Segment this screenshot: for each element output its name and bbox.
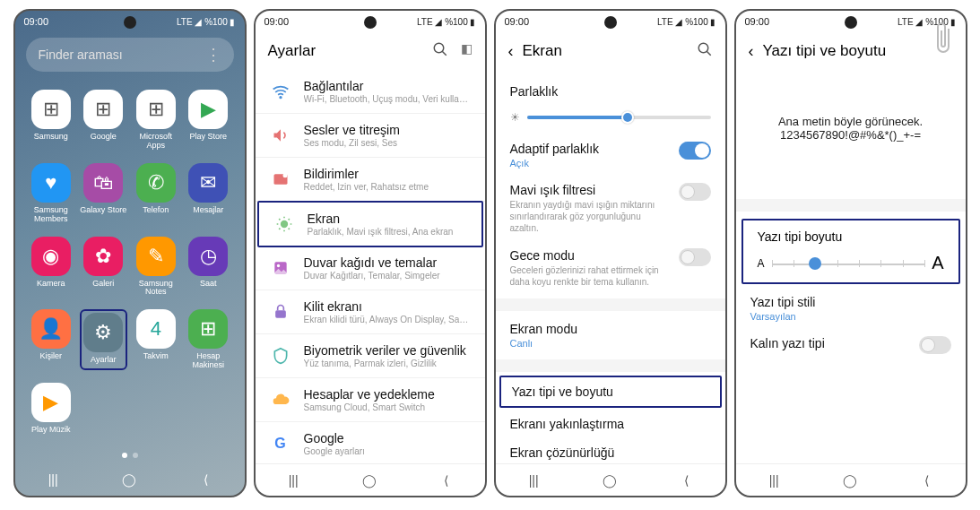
finder-more-icon[interactable]: ⋮ xyxy=(205,45,221,65)
nav-recents[interactable]: ||| xyxy=(35,472,71,487)
nav-back[interactable]: ⟨ xyxy=(429,473,464,488)
app-label: Telefon xyxy=(143,206,169,215)
app-ayarlar[interactable]: ⚙ Ayarlar xyxy=(80,309,127,370)
font-item-title: Yazı tipi ve boyutu xyxy=(512,385,613,399)
item-title: Duvar kağıdı ve temalar xyxy=(304,255,440,270)
app-samsung[interactable]: ⊞ Samsung xyxy=(28,90,75,151)
app-icon: ⊞ xyxy=(83,90,123,129)
app-label: Takvim xyxy=(143,352,169,361)
nav-back[interactable]: ⟨ xyxy=(909,473,945,488)
app-saat[interactable]: ◷ Saat xyxy=(185,237,232,298)
item-title: Biyometrik veriler ve güvenlik xyxy=(304,343,466,358)
app-label: Galaxy Store xyxy=(80,206,126,215)
settings-item-sesler-ve-titreşim[interactable]: Sesler ve titreşim Ses modu, Zil sesi, S… xyxy=(256,114,485,158)
app-label: Ayarlar xyxy=(91,356,116,365)
item-value: Açık xyxy=(510,158,600,169)
app-label: Hesap Makinesi xyxy=(185,352,232,370)
status-time: 09:00 xyxy=(505,16,530,27)
app-galaxy-store[interactable]: 🛍 Galaxy Store xyxy=(80,163,127,224)
app-hesap-makinesi[interactable]: ⊞ Hesap Makinesi xyxy=(185,309,232,370)
settings-item-hesaplar-ve-yedekleme[interactable]: Hesaplar ve yedekleme Samsung Cloud, Sma… xyxy=(256,378,485,422)
settings-item-ekran[interactable]: Ekran Parlaklık, Mavi ışık filtresi, Ana… xyxy=(257,201,483,247)
settings-item-biyometrik-veriler-ve-güvenlik[interactable]: Biyometrik veriler ve güvenlik Yüz tanım… xyxy=(256,334,485,378)
app-takvim[interactable]: 4 Takvim xyxy=(133,309,180,370)
bold-font-toggle[interactable] xyxy=(919,336,951,354)
search-icon[interactable] xyxy=(432,41,448,62)
item-subtitle: Yüz tanıma, Parmak izleri, Gizlilik xyxy=(304,359,466,368)
app-play-müzik[interactable]: ▶ Play Müzik xyxy=(28,383,75,435)
notif-icon xyxy=(270,169,291,190)
back-icon[interactable]: ‹ xyxy=(508,42,514,61)
nav-recents[interactable]: ||| xyxy=(756,473,792,488)
app-label: Play Store xyxy=(189,133,227,142)
display-list: Parlaklık ☀ Adaptif parlaklık Açık Mavi … xyxy=(496,70,725,463)
item-title: Gece modu xyxy=(510,248,672,263)
display-item-gece-modu[interactable]: Gece modu Geceleri gözlerinizi rahat ett… xyxy=(496,241,725,295)
brightness-slider-row: ☀ xyxy=(496,106,725,134)
sun-icon: ☀ xyxy=(510,111,520,124)
settings-item-kilit-ekranı[interactable]: Kilit ekranı Ekran kilidi türü, Always O… xyxy=(256,290,485,334)
font-style-item[interactable]: Yazı tipi stili Varsayılan xyxy=(736,288,966,329)
camera-notch xyxy=(124,16,136,29)
app-kişiler[interactable]: 👤 Kişiler xyxy=(28,309,75,370)
nav-home[interactable]: ◯ xyxy=(351,473,387,488)
bold-font-item[interactable]: Kalın yazı tipi xyxy=(736,329,966,361)
item-toggle[interactable] xyxy=(679,142,711,160)
app-kamera[interactable]: ◉ Kamera xyxy=(28,237,75,298)
app-icon: 4 xyxy=(136,309,176,349)
app-microsoft-apps[interactable]: ⊞ Microsoft Apps xyxy=(133,90,180,151)
nav-recents[interactable]: ||| xyxy=(516,473,551,488)
item-title: Google xyxy=(304,431,365,445)
finder-search[interactable]: Finder araması ⋮ xyxy=(26,38,234,72)
app-label: Kamera xyxy=(37,280,65,289)
bold-font-label: Kalın yazı tipi xyxy=(750,336,825,350)
app-label: Samsung Notes xyxy=(133,280,180,298)
app-icon: ⚙ xyxy=(83,313,123,352)
wall-icon xyxy=(270,257,291,279)
camera-notch xyxy=(845,16,857,29)
app-samsung-notes[interactable]: ✎ Samsung Notes xyxy=(133,237,180,298)
app-galeri[interactable]: ✿ Galeri xyxy=(80,237,127,298)
item-subtitle: Wi-Fi, Bluetooth, Uçuş modu, Veri kullan… xyxy=(304,94,471,104)
nav-home[interactable]: ◯ xyxy=(592,473,628,488)
app-play-store[interactable]: ▶ Play Store xyxy=(185,90,232,151)
back-icon[interactable]: ‹ xyxy=(749,42,754,61)
search-icon[interactable] xyxy=(697,41,713,62)
font-size-thumb[interactable] xyxy=(809,257,821,270)
nav-home[interactable]: ◯ xyxy=(832,473,868,488)
account-icon[interactable]: ◧ xyxy=(461,41,473,62)
title-bar: ‹ Ekran xyxy=(496,32,725,70)
item-toggle[interactable] xyxy=(679,248,711,266)
display-item-mavi-ışık-filtresi[interactable]: Mavi ışık filtresi Ekranın yaydığı mavi … xyxy=(496,176,725,241)
app-telefon[interactable]: ✆ Telefon xyxy=(133,163,180,224)
nav-back[interactable]: ⟨ xyxy=(188,472,224,487)
settings-item-bağlantılar[interactable]: Bağlantılar Wi-Fi, Bluetooth, Uçuş modu,… xyxy=(256,70,485,114)
item-subtitle: Duvar Kağıtları, Temalar, Simgeler xyxy=(304,271,440,281)
app-google[interactable]: ⊞ Google xyxy=(80,90,127,151)
font-item[interactable]: Yazı tipi ve boyutu xyxy=(499,376,722,408)
item-title: Kilit ekranı xyxy=(304,299,471,314)
preview-line-1: Ana metin böyle görünecek. xyxy=(750,115,951,128)
nav-recents[interactable]: ||| xyxy=(275,473,311,488)
nav-home[interactable]: ◯ xyxy=(111,472,147,487)
app-mesajlar[interactable]: ✉ Mesajlar xyxy=(185,163,232,224)
app-icon: ✆ xyxy=(136,163,176,203)
brightness-slider[interactable] xyxy=(527,116,711,119)
font-size-label: Yazı tipi boyutu xyxy=(758,229,944,244)
font-size-slider[interactable] xyxy=(772,255,925,272)
app-label: Samsung Members xyxy=(28,206,75,224)
item-toggle[interactable] xyxy=(679,183,711,201)
settings-item-google[interactable]: G Google Google ayarları xyxy=(256,422,485,463)
status-indicators: LTE ◢ %100 ▮ xyxy=(417,17,476,27)
zoom-item[interactable]: Ekranı yakınlaştırma xyxy=(496,410,725,438)
settings-item-duvar-kağıdı-ve-temalar[interactable]: Duvar kağıdı ve temalar Duvar Kağıtları,… xyxy=(256,246,485,290)
display-item-adaptif-parlaklık[interactable]: Adaptif parlaklık Açık xyxy=(496,134,725,176)
app-samsung-members[interactable]: ♥ Samsung Members xyxy=(28,163,75,224)
resolution-item[interactable]: Ekran çözünürlüğü WQHD+ (3040 x 1440) xyxy=(496,438,725,463)
item-title: Adaptif parlaklık xyxy=(510,142,600,156)
screen-mode-item[interactable]: Ekran modu Canlı xyxy=(496,315,725,356)
settings-item-bildirimler[interactable]: Bildirimler Reddet, İzin ver, Rahatsız e… xyxy=(256,158,485,202)
item-subtitle: Reddet, İzin ver, Rahatsız etme xyxy=(304,182,429,192)
nav-bar: ||| ◯ ⟨ xyxy=(496,463,725,496)
nav-back[interactable]: ⟨ xyxy=(669,473,705,488)
